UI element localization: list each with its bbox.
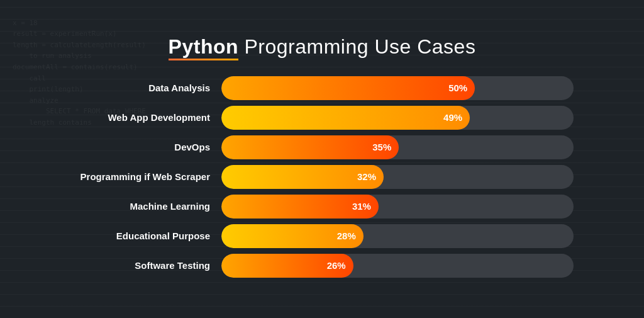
chart-container: Python Programming Use Cases Data Analys… [52, 23, 592, 296]
chart-row: Data Analysis50% [70, 76, 574, 100]
chart-row: Programming if Web Scraper32% [70, 165, 574, 189]
bar-track: 35% [221, 135, 574, 159]
bar-label-text: Data Analysis [70, 82, 221, 93]
bar-fill: 32% [221, 165, 384, 189]
chart-row: Educational Purpose28% [70, 224, 574, 248]
bar-fill: 35% [221, 135, 399, 159]
chart-row: Software Testing26% [70, 254, 574, 278]
title-python: Python [169, 35, 238, 58]
bar-percent: 28% [337, 230, 356, 241]
bar-label-text: Web App Development [70, 112, 221, 123]
bar-track: 50% [221, 76, 574, 100]
bar-fill: 50% [221, 76, 475, 100]
bar-fill: 49% [221, 106, 470, 130]
bar-fill: 26% [221, 254, 353, 278]
bar-track: 26% [221, 254, 574, 278]
bar-percent: 26% [327, 260, 346, 271]
bar-percent: 35% [372, 142, 391, 152]
bars-container: Data Analysis50%Web App Development49%De… [70, 76, 574, 278]
chart-row: Web App Development49% [70, 106, 574, 130]
bar-label-text: Machine Learning [70, 201, 221, 212]
chart-row: DevOps35% [70, 135, 574, 159]
bar-label-text: Programming if Web Scraper [70, 171, 221, 182]
bar-label-text: DevOps [70, 142, 221, 152]
bar-label-text: Software Testing [70, 260, 221, 271]
bar-percent: 50% [448, 82, 467, 93]
bar-track: 49% [221, 106, 574, 130]
bar-label-text: Educational Purpose [70, 230, 221, 241]
bar-percent: 32% [357, 171, 376, 182]
chart-row: Machine Learning31% [70, 195, 574, 219]
title-rest: Programming Use Cases [238, 35, 475, 58]
chart-title: Python Programming Use Cases [70, 35, 574, 59]
bar-track: 31% [221, 195, 574, 219]
bar-track: 32% [221, 165, 574, 189]
bar-percent: 49% [443, 112, 462, 123]
bar-track: 28% [221, 224, 574, 248]
bar-fill: 31% [221, 195, 379, 219]
bar-percent: 31% [352, 201, 371, 212]
bar-fill: 28% [221, 224, 364, 248]
